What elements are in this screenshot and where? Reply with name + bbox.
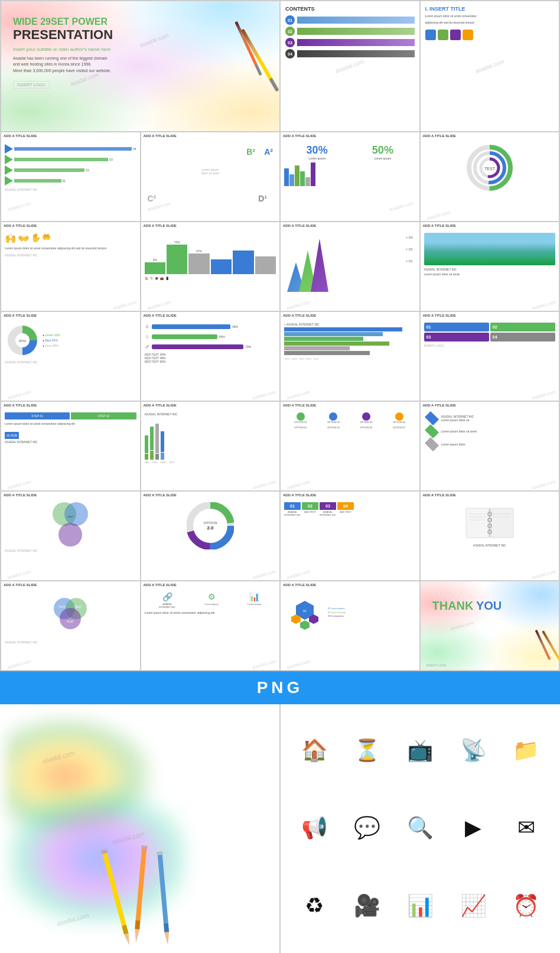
- slide-options[interactable]: ADD A TITLE SLIDE OPTION 01 OPTION 02 OP…: [281, 402, 419, 490]
- wm9: asadal.com: [7, 389, 32, 401]
- slide-arrows[interactable]: ADD A TITLE SLIDE 04 03 02 01: [1, 132, 140, 221]
- abcd-chart: A² B² C² D¹ Lorem ipsumdolor sit amet: [145, 144, 276, 209]
- svg-rect-40: [122, 925, 129, 935]
- slide-arrow3d[interactable]: ADD A TITLE SLIDE > 03 > 02 > 01 asadal.…: [281, 222, 419, 311]
- slide-diamond[interactable]: ADD A TITLE SLIDE ASADAL INTERNET INCLor…: [421, 402, 559, 490]
- bars2-container: 3% 70% 47%: [145, 233, 276, 280]
- slide-hex[interactable]: ADD A TITLE SLIDE 01 01 Lorem ipsum 02 D…: [281, 581, 419, 670]
- svg-rect-39: [102, 851, 126, 926]
- insert-title-slide[interactable]: I. INSERT TITLE Lorem ipsum dolor sit am…: [421, 1, 559, 131]
- wm21: asadal.com: [7, 659, 32, 670]
- slide-hands[interactable]: ADD A TITLE SLIDE 🙌 👐 ✋ 🤲 Lorem ipsum do…: [1, 222, 140, 311]
- icon-chat: 💬: [354, 815, 380, 840]
- hands-text: Lorem ipsum dolor sit amet consectetur a…: [5, 246, 136, 251]
- svg-text:TEXT: TEXT: [74, 605, 82, 609]
- notebook-content: ASADAL INTERNET INCLorem ipsum dolor sit…: [424, 233, 556, 277]
- insert-text-1: Lorem ipsum dolor sit amet consectetur: [425, 14, 555, 19]
- slide-donut[interactable]: ADD A TITLE SLIDE TEST asadal.com: [421, 132, 559, 221]
- hands-icons: 🙌 👐 ✋ 🤲: [5, 233, 136, 244]
- hero-desc: Asadal has been running one of the bigge…: [13, 56, 268, 74]
- book-text: ASADAL INTERNET INC: [424, 544, 556, 547]
- svg-text:TEXT: TEXT: [67, 620, 74, 623]
- wm6: asadal.com: [146, 300, 171, 311]
- percent-display: 30% Lorem ipsum 50% Lorem ipsum: [284, 144, 416, 160]
- options-content: OPTION 01 OPTION 02 OPTION 03 OPTION 04 …: [284, 412, 416, 429]
- radial-chart: TEXT TEXT TEXT: [5, 592, 136, 639]
- insert-icons: [425, 30, 555, 40]
- icon-mail: ✉: [517, 815, 535, 840]
- wm7: asadal.com: [286, 300, 311, 311]
- slide-process[interactable]: ADD A TITLE SLIDE STEP 01 STEP 02 Lorem …: [1, 402, 140, 490]
- hbars-content: + ASADAL INTERNET INC TEXTTEXTTEXTTEXTTE…: [284, 323, 416, 360]
- slide-timeline[interactable]: ADD A TITLE SLIDE ASADAL INTERNET INC: [141, 402, 280, 490]
- company-name-1: ASADAL INTERNET INC: [5, 188, 136, 191]
- slide-abcd[interactable]: ADD A TITLE SLIDE A² B² C² D¹ Lorem ipsu…: [141, 132, 280, 221]
- bar-mini: [284, 162, 416, 186]
- wm12: asadal.com: [532, 389, 556, 401]
- wm19: asadal.com: [286, 569, 311, 580]
- wm23: asadal.com: [286, 659, 311, 670]
- svg-rect-16: [466, 508, 489, 538]
- wm17: asadal.com: [7, 569, 32, 580]
- slide-percent[interactable]: ADD A TITLE SLIDE 30% Lorem ipsum 50% Lo…: [281, 132, 419, 221]
- hero-subtitle: Insert your subtitle or main author's na…: [13, 47, 268, 52]
- donut-chart: TEST: [424, 144, 556, 191]
- svg-rect-50: [157, 851, 162, 856]
- wm5: asadal.com: [112, 300, 137, 311]
- contents-slide[interactable]: CONTENTS 01 02 03 04 asadal.com: [281, 1, 419, 131]
- slide-numbers[interactable]: ADD A TITLE SLIDE 01 02 03 04 INSERT LOG…: [421, 312, 559, 401]
- wm15: asadal.com: [286, 479, 311, 490]
- svg-rect-17: [491, 508, 513, 538]
- hero-logo: INSERT LOGO: [13, 81, 50, 89]
- contents-item-3: 03: [285, 38, 415, 47]
- slide-hbars[interactable]: ADD A TITLE SLIDE + ASADAL INTERNET INC …: [281, 312, 419, 401]
- icon-folder: 📁: [513, 738, 539, 763]
- slide-gender[interactable]: ADD A TITLE SLIDE ♀ 46% ♀ 55% ♂ 79% ADD …: [141, 312, 280, 401]
- slide-columns[interactable]: ADD A TITLE SLIDE 🔗 ASADALINTERNET INC ⚙…: [141, 581, 280, 670]
- hero-title-line1: WIDE 29SET POWER: [13, 16, 268, 27]
- wm20: asadal.com: [532, 569, 556, 580]
- slide-pie[interactable]: ADD A TITLE SLIDE 60% ● Green 30% ● Blue…: [1, 312, 140, 401]
- book-content: [424, 502, 556, 544]
- wm14: asadal.com: [252, 479, 277, 490]
- wm10: asadal.com: [252, 389, 277, 401]
- contents-item-1: 01: [285, 15, 415, 25]
- numbered-content: 01 ASADALINTERNET INC 02 ADD TEXT 03 ASA…: [284, 502, 416, 516]
- slide-book[interactable]: ADD A TITLE SLIDE ASADAL INTERNET INC: [421, 492, 559, 580]
- icon-tv: 📺: [407, 738, 434, 763]
- svg-point-30: [60, 608, 81, 629]
- slide-numbered[interactable]: ADD A TITLE SLIDE 01 ASADALINTERNET INC …: [281, 492, 419, 580]
- png-section-header: PNG: [0, 671, 560, 704]
- svg-rect-48: [163, 923, 168, 932]
- svg-marker-41: [123, 934, 131, 946]
- slide-notebook[interactable]: ADD A TITLE SLIDE ASADAL INTERNET INCLor…: [421, 222, 559, 311]
- thank-you-slide[interactable]: THANK YOU INSERT LOGO asadal.com: [421, 581, 559, 670]
- icon-signal: 📡: [460, 738, 487, 763]
- wm11: asadal.com: [286, 389, 311, 401]
- columns-text: Lorem ipsum dolor sit amet consectetur a…: [145, 611, 276, 616]
- svg-marker-36: [300, 620, 310, 630]
- venn-company: ASADAL INTERNET INC: [5, 549, 136, 552]
- hero-slide[interactable]: WIDE 29SET POWER PRESENTATION Insert you…: [1, 1, 279, 131]
- ty-logo: INSERT LOGO: [426, 663, 447, 667]
- slide-radial[interactable]: ADD A TITLE SLIDE TEXT TEXT TEXT ASADAL …: [1, 581, 140, 670]
- wm22: asadal.com: [252, 659, 277, 670]
- insert-logo-numbers: INSERT LOGO: [424, 344, 556, 347]
- icon-hourglass: ⏳: [354, 738, 380, 763]
- wm18: asadal.com: [252, 569, 277, 580]
- slide-bars2[interactable]: ADD A TITLE SLIDE 3% 70% 47%: [141, 222, 280, 311]
- hero-content: WIDE 29SET POWER PRESENTATION Insert you…: [1, 1, 279, 103]
- svg-rect-43: [135, 847, 146, 921]
- pie-company: ASADAL INTERNET INC: [5, 360, 136, 364]
- svg-rect-47: [157, 853, 168, 923]
- slide-venn[interactable]: ADD A TITLE SLIDE TEXT ASADAL INTERNET I…: [1, 492, 140, 580]
- png-icons-grid: 🏠 ⏳ 📺 📡 📁 📢 💬 🔍 ▶ ✉ ♻ 🎥 📊 📈 ⏰ 🌱 💡 🔧 ♀ ♂: [281, 704, 560, 953]
- slide-circle[interactable]: ADD A TITLE SLIDE OPTION 2.0 asadal.com: [141, 492, 280, 580]
- contents-item-4: 04: [285, 49, 415, 58]
- png-content-area: asadal.com asadal.com asadal.com 🏠 ⏳ 📺 📡…: [0, 704, 560, 953]
- png-label: PNG: [257, 678, 304, 697]
- icon-zoom: 🔍: [407, 815, 434, 840]
- hero-title-line2: PRESENTATION: [13, 27, 268, 43]
- svg-marker-45: [134, 929, 139, 943]
- pie-container: 60% ● Green 30% ● Blue 30% ● Gray 40%: [5, 323, 136, 358]
